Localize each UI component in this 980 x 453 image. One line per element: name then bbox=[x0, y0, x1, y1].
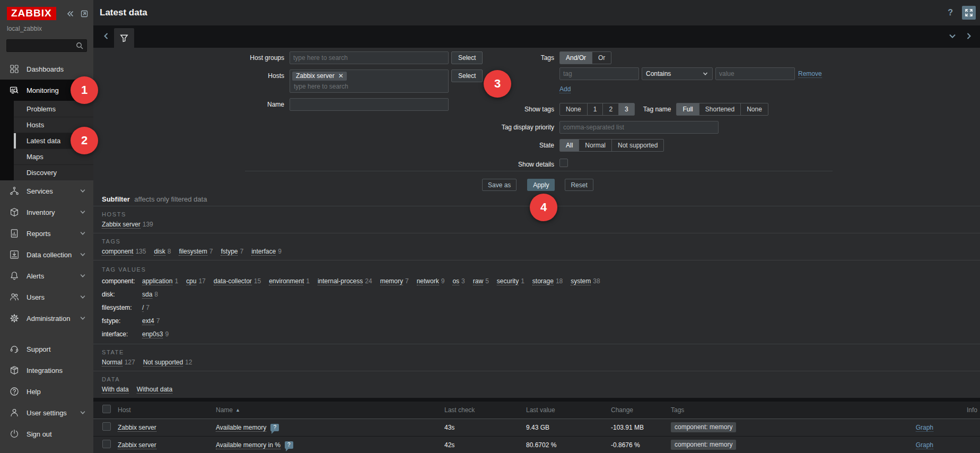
sidebar-item-administration[interactable]: Administration bbox=[0, 308, 93, 329]
tag-chip[interactable]: component: memory bbox=[671, 440, 736, 450]
collapse-sidebar-icon[interactable] bbox=[66, 10, 75, 18]
subfilter-link-application[interactable]: application bbox=[142, 277, 172, 285]
graph-link[interactable]: Graph bbox=[916, 424, 933, 432]
subfilter-link-data-collector[interactable]: data-collector bbox=[214, 277, 252, 285]
tag-value-input[interactable] bbox=[715, 67, 795, 80]
search-icon bbox=[75, 41, 84, 50]
subfilter-link-filesystem[interactable]: filesystem bbox=[179, 248, 207, 256]
subfilter-link--[interactable]: / bbox=[142, 304, 144, 312]
host-link[interactable]: Zabbix server bbox=[118, 424, 156, 432]
sidebar-item-support[interactable]: Support bbox=[0, 338, 93, 360]
subfilter-link-fstype[interactable]: fstype bbox=[221, 248, 238, 256]
sidebar-item-alerts[interactable]: Alerts bbox=[0, 265, 93, 286]
zabbix-logo[interactable]: ZABBIX bbox=[7, 7, 56, 20]
filter-tab[interactable] bbox=[114, 28, 134, 48]
sidebar-subitem-discovery[interactable]: Discovery bbox=[14, 164, 93, 180]
subfilter-link-with-data[interactable]: With data bbox=[102, 386, 129, 394]
state-option-not-supported[interactable]: Not supported bbox=[611, 140, 663, 151]
sidebar-item-dashboards[interactable]: Dashboards bbox=[0, 58, 93, 80]
state-option-normal[interactable]: Normal bbox=[579, 140, 611, 151]
subfilter-link-count: 135 bbox=[135, 248, 146, 255]
filter-left-column: Host groups Select Hosts Zabbix server ✕ bbox=[93, 51, 483, 116]
collapse-filter-chevron-icon[interactable] bbox=[948, 32, 957, 40]
tag-name-option-none[interactable]: None bbox=[740, 103, 768, 115]
row-checkbox[interactable] bbox=[102, 422, 111, 431]
subfilter-link-disk[interactable]: disk bbox=[154, 248, 165, 256]
kiosk-mode-icon[interactable] bbox=[962, 6, 976, 20]
show-tags-option-1[interactable]: 1 bbox=[587, 103, 603, 115]
sidebar-item-help[interactable]: Help bbox=[0, 381, 93, 402]
show-details-checkbox[interactable] bbox=[559, 159, 568, 167]
graph-link[interactable]: Graph bbox=[916, 441, 933, 449]
tag-name-input[interactable] bbox=[559, 67, 639, 80]
state-option-all[interactable]: All bbox=[560, 140, 579, 151]
subfilter-link-not-supported[interactable]: Not supported bbox=[143, 359, 183, 367]
show-tags-option-2[interactable]: 2 bbox=[602, 103, 618, 115]
subfilter-link-internal-process[interactable]: internal-process bbox=[318, 277, 363, 285]
subfilter-link-storage[interactable]: storage bbox=[532, 277, 554, 285]
sidebar-item-reports[interactable]: Reports bbox=[0, 223, 93, 244]
item-description-hint-icon[interactable]: ? bbox=[285, 441, 293, 449]
subfilter-link-component[interactable]: component bbox=[102, 248, 133, 256]
save-as-button[interactable]: Save as bbox=[482, 179, 517, 191]
cell-info bbox=[936, 436, 980, 453]
tag-operator-select[interactable]: Contains bbox=[642, 67, 713, 80]
table-sort-host[interactable]: Host bbox=[118, 406, 131, 414]
tag-name-option-full[interactable]: Full bbox=[677, 103, 698, 115]
sidebar-item-data-collection[interactable]: Data collection bbox=[0, 244, 93, 265]
sidebar-item-user-settings[interactable]: User settings bbox=[0, 402, 93, 423]
subfilter-link-os[interactable]: os bbox=[452, 277, 459, 285]
show-tags-option-none[interactable]: None bbox=[560, 103, 587, 115]
subfilter-link-system[interactable]: system bbox=[571, 277, 591, 285]
subfilter-link-ext4[interactable]: ext4 bbox=[142, 317, 154, 325]
sidebar-item-users[interactable]: Users bbox=[0, 286, 93, 308]
host-link[interactable]: Zabbix server bbox=[118, 441, 156, 449]
show-tags-option-3[interactable]: 3 bbox=[618, 103, 634, 115]
back-arrow-icon[interactable] bbox=[102, 32, 110, 40]
subfilter-link-normal[interactable]: Normal bbox=[102, 359, 122, 367]
subfilter-link-zabbix-server[interactable]: Zabbix server bbox=[102, 221, 141, 229]
subfilter-link-security[interactable]: security bbox=[497, 277, 519, 285]
help-question-icon[interactable]: ? bbox=[946, 8, 955, 18]
next-arrow-icon[interactable] bbox=[965, 32, 973, 40]
name-input[interactable] bbox=[290, 98, 449, 111]
subfilter-link-environment[interactable]: environment bbox=[269, 277, 304, 285]
tag-remove-link[interactable]: Remove bbox=[798, 70, 822, 78]
subfilter-link-count: 7 bbox=[240, 248, 243, 255]
host-chip-remove-icon[interactable]: ✕ bbox=[338, 73, 344, 79]
subfilter-link-without-data[interactable]: Without data bbox=[137, 386, 172, 394]
sidebar-footer-menu: SupportIntegrationsHelpUser settingsSign… bbox=[0, 338, 93, 445]
subfilter-link-enp0s3[interactable]: enp0s3 bbox=[142, 330, 163, 338]
sidebar-item-integrations[interactable]: Integrations bbox=[0, 360, 93, 381]
tags-operator-option-and-or[interactable]: And/Or bbox=[560, 52, 592, 64]
cell-host: Zabbix server bbox=[115, 419, 213, 436]
tag-add-link[interactable]: Add bbox=[559, 85, 571, 93]
subfilter-link-memory[interactable]: memory bbox=[380, 277, 403, 285]
reset-button[interactable]: Reset bbox=[565, 179, 593, 191]
subfilter-link-network[interactable]: network bbox=[417, 277, 439, 285]
tag-display-priority-input[interactable] bbox=[559, 121, 719, 134]
apply-button[interactable]: Apply bbox=[527, 179, 555, 191]
subfilter-row: With dataWithout data bbox=[102, 386, 972, 393]
sidebar-item-sign-out[interactable]: Sign out bbox=[0, 423, 93, 445]
tag-chip[interactable]: component: memory bbox=[671, 422, 736, 432]
tag-name-option-shortened[interactable]: Shortened bbox=[699, 103, 740, 115]
item-name-link[interactable]: Available memory in % bbox=[216, 441, 281, 449]
hosts-multiselect[interactable]: Zabbix server ✕ bbox=[290, 69, 449, 93]
sidebar-item-inventory[interactable]: Inventory bbox=[0, 202, 93, 223]
subfilter-link-cpu[interactable]: cpu bbox=[186, 277, 196, 285]
host-groups-input[interactable] bbox=[290, 51, 449, 64]
subfilter-link-count: 7 bbox=[146, 304, 150, 311]
table-sort-name[interactable]: Name bbox=[216, 406, 233, 414]
subfilter-link-raw[interactable]: raw bbox=[473, 277, 483, 285]
hide-sidebar-icon[interactable] bbox=[80, 10, 89, 18]
subfilter-link-interface[interactable]: interface bbox=[251, 248, 276, 256]
row-checkbox[interactable] bbox=[102, 440, 111, 448]
item-name-link[interactable]: Available memory bbox=[216, 424, 266, 432]
hosts-search-input[interactable] bbox=[292, 83, 443, 90]
subfilter-link-sda[interactable]: sda bbox=[142, 291, 152, 299]
sidebar-item-services[interactable]: Services bbox=[0, 180, 93, 202]
select-all-checkbox[interactable] bbox=[102, 405, 111, 413]
item-description-hint-icon[interactable]: ? bbox=[270, 424, 279, 431]
tags-operator-option-or[interactable]: Or bbox=[592, 52, 611, 64]
